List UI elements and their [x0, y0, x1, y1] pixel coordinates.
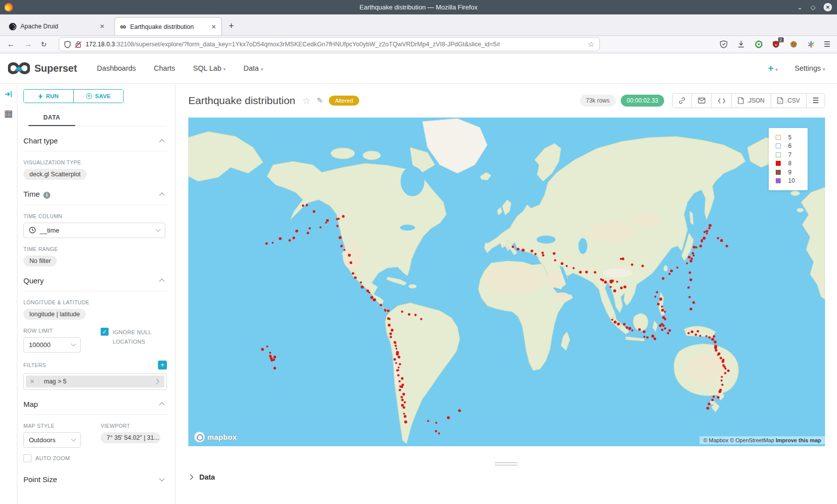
legend-label: 8	[788, 160, 792, 167]
viz-type-value[interactable]: deck.gl Scatterplot	[23, 169, 87, 180]
chart-menu-button[interactable]: ☰	[807, 94, 825, 108]
deckgl-map[interactable]: 5678910 mapbox © Mapbox © OpenStreetMap …	[188, 118, 825, 446]
map-style-select[interactable]: Outdoors	[23, 432, 81, 448]
datasource-grid-icon[interactable]: ▦	[4, 109, 13, 118]
earthquake-point	[272, 242, 274, 244]
tab-data[interactable]: DATA	[28, 111, 75, 126]
nav-data[interactable]: Data▾	[244, 64, 263, 72]
tracking-shield-icon[interactable]	[64, 41, 71, 48]
earthquake-point	[302, 205, 304, 207]
superset-favicon: ∞	[120, 23, 126, 30]
section-chart-type[interactable]: Chart type	[23, 126, 167, 151]
add-filter-button[interactable]: +	[158, 361, 167, 370]
earthquake-point	[339, 236, 342, 239]
nav-sql-lab[interactable]: SQL Lab▾	[193, 64, 226, 72]
tab-earthquake-distribution[interactable]: ∞ Earthquake distribution ✕	[115, 17, 222, 35]
forward-button[interactable]: →	[24, 40, 32, 49]
attribution-improve[interactable]: Improve this map	[776, 437, 821, 443]
edit-properties-icon[interactable]: ✎	[317, 96, 323, 105]
protections-shield-icon[interactable]	[719, 40, 728, 49]
new-tab-button[interactable]: +	[229, 21, 234, 31]
caret-down-icon: ▾	[776, 67, 778, 72]
section-point-size[interactable]: Point Size	[23, 462, 167, 490]
attribution-mapbox[interactable]: © Mapbox	[703, 437, 728, 443]
favorite-star-icon[interactable]: ☆	[302, 95, 311, 107]
tab-bar: Apache Druid ✕ ∞ Earthquake distribution…	[0, 14, 837, 36]
brand-name: Superset	[34, 63, 77, 74]
earthquake-point	[408, 313, 411, 316]
earthquake-point	[643, 336, 645, 338]
cookie-icon[interactable]	[789, 40, 798, 49]
row-limit-select[interactable]: 100000	[23, 337, 81, 353]
filter-chip[interactable]: ✕ mag > 5	[26, 376, 164, 387]
back-button[interactable]: ←	[7, 40, 15, 49]
auto-zoom-checkbox[interactable]	[23, 454, 31, 462]
expand-chevron-icon	[159, 476, 164, 481]
legend-swatch	[776, 152, 781, 157]
tab-apache-druid[interactable]: Apache Druid ✕	[4, 17, 110, 35]
resize-handle[interactable]	[495, 462, 518, 467]
maximize-icon[interactable]: ◇	[811, 3, 816, 11]
url-bar[interactable]: 172.18.0.3:32108/superset/explore/?form_…	[59, 37, 600, 51]
downloads-icon[interactable]	[737, 40, 746, 49]
time-range-value[interactable]: No filter	[23, 255, 57, 266]
earthquake-point	[654, 338, 656, 340]
nav-dashboards[interactable]: Dashboards	[97, 64, 136, 72]
nav-charts[interactable]: Charts	[154, 64, 175, 72]
settings-menu[interactable]: Settings▾	[795, 64, 825, 72]
viewport-value[interactable]: 7° 35' 54.02" | 31...	[101, 432, 160, 443]
earthquake-point	[269, 355, 272, 357]
earthquake-point	[720, 379, 722, 381]
earthquake-point	[643, 330, 646, 333]
earthquake-point	[397, 374, 400, 377]
add-new-button[interactable]: +▾	[768, 63, 778, 74]
data-panel-toggle[interactable]: Data	[188, 473, 215, 481]
lonlat-value[interactable]: longitude | latitude	[23, 309, 86, 320]
tab-close-icon[interactable]: ✕	[211, 23, 216, 30]
save-button[interactable]: + SAVE	[74, 90, 123, 103]
remove-filter-icon[interactable]: ✕	[26, 378, 39, 385]
export-csv-button[interactable]: x .CSV	[771, 94, 807, 108]
reload-button[interactable]: ↻	[41, 40, 47, 48]
expand-panel-icon[interactable]	[4, 91, 12, 98]
menu-icon[interactable]: ☰	[824, 40, 830, 49]
chevron-right-icon	[187, 474, 193, 480]
export-json-button[interactable]: .JSON	[732, 94, 771, 108]
viz-type-label: VISUALIZATION TYPE	[23, 159, 167, 165]
minimize-icon[interactable]: ⌄	[797, 3, 803, 11]
pinwheel-extension-icon[interactable]	[807, 40, 816, 49]
bookmark-star-icon[interactable]: ☆	[588, 40, 594, 48]
run-button[interactable]: RUN	[24, 90, 74, 103]
extension-green-icon[interactable]	[754, 40, 763, 49]
earthquake-point	[661, 306, 663, 308]
superset-logo[interactable]: Superset	[8, 62, 77, 75]
close-icon[interactable]: ✕	[824, 3, 832, 11]
earthquake-point	[713, 335, 715, 338]
section-map[interactable]: Map	[23, 390, 167, 415]
tab-close-icon[interactable]: ✕	[100, 23, 105, 30]
earthquake-point	[340, 245, 343, 248]
time-column-select[interactable]: __time	[23, 223, 165, 238]
expand-filter-icon[interactable]	[153, 378, 159, 384]
earthquake-point	[535, 253, 537, 255]
earthquake-point	[697, 330, 699, 333]
earthquake-point	[662, 277, 664, 279]
earthquake-point	[661, 329, 664, 331]
ignore-null-checkbox[interactable]: ✓	[101, 328, 109, 336]
insecure-lock-icon[interactable]	[75, 41, 82, 48]
earthquake-point	[560, 262, 563, 265]
earthquake-point	[295, 230, 298, 233]
embed-code-button[interactable]	[712, 94, 732, 108]
email-button[interactable]	[692, 94, 712, 108]
copy-link-button[interactable]	[673, 94, 692, 108]
attribution-osm[interactable]: © OpenStreetMap	[730, 437, 774, 443]
earthquake-point	[711, 399, 714, 401]
section-time[interactable]: Timei	[23, 180, 167, 205]
earthquake-point	[604, 281, 607, 284]
window-titlebar: Earthquake distribution — Mozilla Firefo…	[0, 0, 837, 14]
ublock-shield-icon[interactable]: u 2	[772, 40, 781, 49]
mapbox-logo[interactable]: mapbox	[194, 432, 237, 442]
superset-infinity-icon	[8, 62, 30, 75]
earthquake-point	[370, 296, 373, 299]
section-query[interactable]: Query	[23, 266, 167, 291]
